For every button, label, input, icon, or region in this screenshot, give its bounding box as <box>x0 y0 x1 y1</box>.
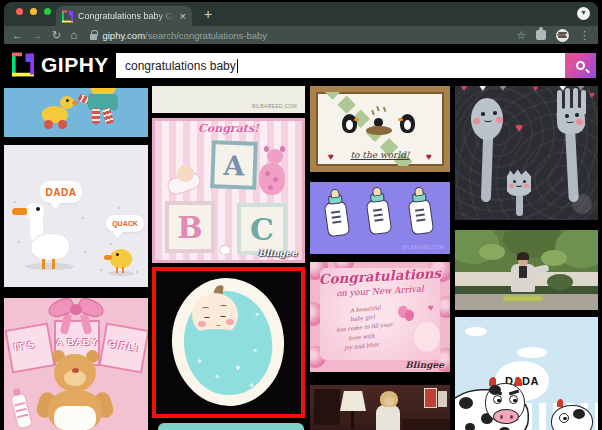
bubble-text: DADA <box>46 187 77 198</box>
star-icon: ✦ <box>252 347 258 355</box>
star-icon: ✦ <box>234 363 242 373</box>
tab-strip: Congratulations baby GIFs - Fi × + ▾ <box>4 2 598 26</box>
gif-tile-cutlery-family[interactable]: ♥ ♥ ♥ ♥ ♥ ♥ ♥ ♥ <box>455 86 598 220</box>
heart-icon: ♥ <box>499 86 507 94</box>
search-icon <box>576 61 585 70</box>
browser-menu-icon[interactable]: ⋮ <box>579 29 590 42</box>
search-input[interactable]: congratulations baby <box>116 53 565 78</box>
stitch-text: A BABY <box>56 336 98 347</box>
star-icon: ✦ <box>254 311 260 319</box>
wall-poster <box>424 388 437 408</box>
gif-tile-baby-girl-teddy[interactable]: IT'S A BABY GIRL! <box>4 298 148 430</box>
back-button[interactable]: ← <box>12 26 23 44</box>
profile-chevron-icon[interactable]: ▾ <box>577 7 590 20</box>
gif-tile-abc-blocks[interactable]: Congrats! A B C Blingee <box>152 118 305 263</box>
search-bar: congratulations baby <box>116 53 596 78</box>
speech-bubble: QUACK <box>106 215 144 232</box>
duckling <box>110 249 132 268</box>
gif-tile-goose-dada[interactable]: DADA QUACK <box>4 145 148 287</box>
heart-icon: ♥ <box>589 90 594 100</box>
url-domain: giphy.com <box>102 30 145 41</box>
profile-avatar[interactable] <box>556 29 569 42</box>
watermark-badge <box>572 194 592 214</box>
baby-bottle <box>324 201 351 238</box>
heart-icon: ♥ <box>479 86 486 94</box>
nest <box>366 126 392 135</box>
tab-close-icon[interactable]: × <box>180 11 186 22</box>
watermark-text: Blingee <box>405 360 444 370</box>
cow-small <box>551 405 593 430</box>
extensions-puzzle-icon[interactable] <box>536 30 546 40</box>
forward-button[interactable]: → <box>32 26 43 44</box>
giphy-favicon-icon <box>62 10 73 23</box>
lock-icon <box>90 34 97 40</box>
bookmark-star-icon[interactable]: ☆ <box>516 29 526 42</box>
baby-bottle <box>366 199 393 236</box>
new-tab-button[interactable]: + <box>204 6 212 22</box>
gif-tile-baby-bottles[interactable]: BILBAREED.COM <box>310 182 450 254</box>
sampler-caption: to the world! <box>316 150 444 160</box>
diamond-border <box>323 86 341 100</box>
woman-figure <box>376 405 400 430</box>
home-button[interactable]: ⌂ <box>70 26 77 44</box>
star-icon: ✦ <box>196 357 203 366</box>
subtitle-caption-blur <box>503 296 543 301</box>
speech-bubble: DADA <box>40 181 82 203</box>
watermark-text: Blingee <box>258 248 297 258</box>
search-input-value: congratulations baby <box>125 59 236 73</box>
block-a: A <box>210 140 258 190</box>
giphy-wordmark: GIPHY <box>41 53 109 77</box>
pacifier <box>219 245 231 255</box>
penguin <box>400 114 415 133</box>
url-box[interactable]: giphy.com/search/congratulations-baby <box>86 30 507 41</box>
heart-icon: ♥ <box>533 86 538 93</box>
gif-tile-cream[interactable]: BILBAREED.COM <box>152 86 305 113</box>
gif-tile-movie-scene[interactable] <box>310 385 450 430</box>
gif-tile-swaddled-baby-selected[interactable]: ✦ ✦ ✦ ✦ ✦ ✦ ✦ <box>152 267 305 418</box>
gif-tile-teal-peek[interactable] <box>158 423 304 430</box>
heart-icon: ♥ <box>461 86 467 93</box>
search-button[interactable] <box>565 53 596 78</box>
address-bar: ← → ↻ ⌂ giphy.com/search/congratulations… <box>4 26 598 44</box>
watermark-text: BILBAREED.COM <box>403 245 444 250</box>
watermark-text: BILBAREED.COM <box>252 103 297 109</box>
url-text[interactable]: giphy.com/search/congratulations-baby <box>102 30 267 41</box>
congrats-script-text: Congrats! <box>155 122 302 135</box>
baby-bottle <box>10 393 33 430</box>
address-bar-actions: ☆ ⋮ <box>516 29 590 42</box>
star-icon: ✦ <box>248 381 255 390</box>
url-path: /search/congratulations-baby <box>145 30 267 41</box>
heart-icon: ♥ <box>428 302 434 313</box>
gif-tile-congratulations-card[interactable]: Congratulations on your New Arrival A be… <box>310 262 450 372</box>
browser-tab[interactable]: Congratulations baby GIFs - Fi × <box>56 6 192 26</box>
cloud <box>517 347 547 358</box>
cloud <box>465 327 487 336</box>
close-window-button[interactable] <box>16 8 23 15</box>
search-results-grid: DADA QUACK IT'S A BABY GIRL! <box>4 86 598 430</box>
tab-title: Congratulations baby GIFs - Fi <box>78 11 175 21</box>
text-caret <box>237 59 238 73</box>
star-icon: ✦ <box>214 373 220 381</box>
penguin <box>342 114 357 133</box>
block-b: B <box>165 201 215 253</box>
zoom-window-button[interactable] <box>44 8 51 15</box>
lampshade <box>340 391 366 411</box>
gif-tile-penguins-sampler[interactable]: ♥ ♥ to the world! <box>310 86 450 172</box>
giphy-brand[interactable]: GIPHY <box>12 52 109 77</box>
browser-window: Congratulations baby GIFs - Fi × + ▾ ← →… <box>0 0 602 430</box>
baby-face-overlay <box>414 322 440 352</box>
giphy-header: GIPHY congratulations baby <box>4 44 598 86</box>
giphy-logo-icon <box>12 52 34 77</box>
gif-tile-duck-toy[interactable] <box>4 88 148 137</box>
giraffe-plush <box>259 163 285 195</box>
baby-bottle <box>408 199 435 236</box>
gif-tile-outdoor-man[interactable] <box>455 230 598 310</box>
heart-icon: ♥ <box>515 120 523 135</box>
bubble-text: QUACK <box>112 220 138 227</box>
minimize-window-button[interactable] <box>30 8 37 15</box>
gif-tile-cow-dada[interactable]: DADA <box>455 317 598 430</box>
reload-button[interactable]: ↻ <box>52 26 61 44</box>
